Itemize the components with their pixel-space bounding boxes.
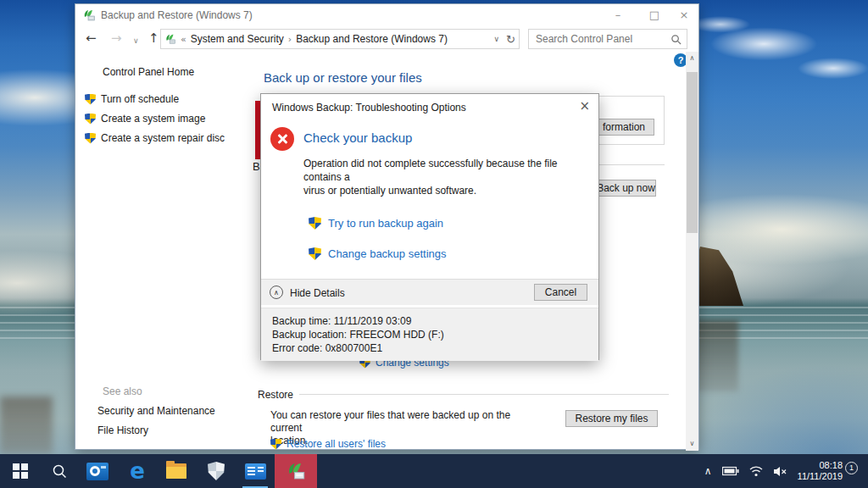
taskbar-defender-button[interactable] [198, 454, 235, 488]
sidebar-task-create-system-image[interactable]: Create a system image [85, 113, 205, 125]
wifi-icon[interactable] [749, 466, 763, 477]
see-also-text: See also [103, 385, 142, 397]
refresh-icon[interactable]: ↻ [506, 33, 515, 46]
link-label: Security and Maintenance [97, 405, 215, 417]
back-up-now-button[interactable]: Back up now [596, 180, 656, 197]
close-button[interactable]: × [670, 4, 698, 26]
uac-shield-icon [85, 133, 96, 144]
breadcrumb-system-and-security[interactable]: System and Security [191, 33, 284, 45]
try-run-backup-again-link[interactable]: Try to run backup again [309, 217, 443, 230]
taskbar-clock[interactable]: 08:18 11/11/2019 [798, 460, 843, 482]
uac-shield-icon [270, 439, 281, 450]
restore-section-rule [299, 394, 669, 395]
back-icon[interactable]: ← [86, 32, 97, 45]
system-tray: ∧ 08:18 11/11/2019 [704, 454, 868, 488]
page-title: Back up or restore your files [264, 70, 422, 85]
sidebar-task-create-repair-disc[interactable]: Create a system repair disc [85, 132, 225, 144]
message-line1: Operation did not complete successfully … [303, 157, 590, 184]
app-window-icon [245, 463, 266, 480]
sidebar-task-turn-off-schedule[interactable]: Turn off schedule [85, 93, 179, 105]
address-bar[interactable]: « System and Security › Backup and Resto… [160, 29, 520, 49]
task-label: Turn off schedule [101, 93, 179, 105]
dialog-heading: Check your backup [303, 130, 412, 145]
restore-section-label: Restore [258, 389, 293, 401]
control-panel-home-label: Control Panel Home [103, 66, 194, 78]
search-input[interactable] [529, 33, 670, 45]
shore-reflection [0, 396, 53, 454]
address-location-icon [164, 33, 176, 45]
forward-icon[interactable]: → [111, 32, 122, 45]
search-icon[interactable] [670, 34, 682, 45]
address-dropdown-icon[interactable]: ∨ [494, 35, 500, 43]
link-label: File History [97, 424, 148, 436]
uac-shield-icon [85, 114, 96, 125]
breadcrumb-overflow-icon[interactable]: « [181, 34, 186, 45]
minimize-button[interactable]: – [604, 4, 632, 26]
breadcrumb-backup-and-restore[interactable]: Backup and Restore (Windows 7) [296, 33, 448, 45]
link-label: Try to run backup again [328, 217, 443, 230]
backup-app-icon [82, 8, 96, 22]
maximize-button[interactable]: □ [640, 4, 669, 26]
cancel-button[interactable]: Cancel [534, 284, 587, 301]
information-button-partial[interactable]: formation [593, 119, 654, 136]
window-title: Backup and Restore (Windows 7) [101, 9, 253, 21]
sidebar-file-history[interactable]: File History [97, 424, 148, 436]
outlook-icon [86, 463, 108, 480]
tray-chevron-icon[interactable]: ∧ [704, 465, 712, 477]
window-titlebar: Backup and Restore (Windows 7) – □ × [75, 4, 698, 26]
message-line2: virus or potentially unwanted software. [303, 184, 590, 197]
error-code-detail: Error code: 0x800700E1 [272, 342, 382, 354]
up-icon[interactable]: ↑ [148, 32, 159, 45]
uac-shield-icon [309, 217, 321, 230]
start-button[interactable] [0, 454, 41, 488]
taskbar-outlook-button[interactable] [79, 454, 116, 488]
screen: Backup and Restore (Windows 7) – □ × ← →… [0, 0, 868, 488]
history-dropdown-icon[interactable]: ∨ [133, 35, 139, 47]
sidebar-security-and-maintenance[interactable]: Security and Maintenance [97, 405, 215, 417]
taskbar-backup-active-button[interactable] [275, 454, 317, 488]
clock-time: 08:18 [798, 460, 843, 471]
task-label: Create a system repair disc [101, 132, 225, 144]
dialog-message: Operation did not complete successfully … [303, 157, 590, 197]
scrollbar-thumb[interactable] [687, 72, 698, 233]
backup-location-detail: Backup location: FREECOM HDD (F:) [272, 329, 444, 341]
scroll-down-icon[interactable]: ∨ [686, 437, 698, 451]
uac-shield-icon [85, 94, 96, 105]
file-explorer-icon [166, 463, 186, 479]
uac-shield-icon [309, 247, 321, 260]
dialog-footer: ∧ Hide Details Cancel [261, 279, 598, 305]
taskbar-file-explorer-button[interactable] [158, 454, 195, 488]
link-label: Change backup settings [328, 247, 446, 260]
vertical-scrollbar[interactable]: ∧ ∨ [686, 52, 698, 451]
sky-reflection [682, 364, 868, 454]
dialog-close-icon[interactable]: × [579, 98, 590, 114]
scroll-up-icon[interactable]: ∧ [686, 52, 698, 65]
sidebar-control-panel-home[interactable]: Control Panel Home [103, 66, 194, 78]
taskbar-edge-button[interactable]: e [119, 454, 156, 488]
backup-time-detail: Backup time: 11/11/2019 03:09 [272, 315, 411, 327]
restore-all-users-files-link[interactable]: Restore all users' files [270, 438, 386, 450]
dialog-details-panel: Backup time: 11/11/2019 03:09 Backup loc… [261, 308, 598, 361]
change-backup-settings-link[interactable]: Change backup settings [309, 247, 446, 260]
windows-logo-icon [13, 463, 28, 479]
search-icon [52, 463, 67, 479]
hide-details-chevron-icon[interactable]: ∧ [270, 286, 283, 299]
restore-text-line1: You can restore your files that were bac… [270, 409, 542, 435]
volume-muted-icon[interactable] [773, 466, 787, 477]
backup-app-icon [286, 461, 306, 481]
edge-icon: e [130, 460, 145, 482]
hide-details-toggle[interactable]: Hide Details [290, 287, 345, 299]
search-box [528, 29, 687, 49]
error-icon [270, 127, 294, 151]
navigation-bar: ← → ∨ ↑ « System and Security › Backup a… [75, 26, 698, 52]
battery-icon[interactable] [722, 466, 739, 476]
taskbar: e ∧ [0, 454, 868, 488]
taskbar-search-button[interactable] [41, 454, 78, 488]
dialog-title: Windows Backup: Troubleshooting Options [272, 102, 466, 114]
see-also-label: See also [103, 385, 142, 397]
notification-badge: 1 [845, 462, 858, 474]
link-label: Restore all users' files [287, 438, 386, 450]
restore-my-files-button[interactable]: Restore my files [565, 410, 658, 427]
breadcrumb-separator-icon: › [288, 34, 292, 45]
taskbar-control-panel-button[interactable] [236, 454, 274, 488]
